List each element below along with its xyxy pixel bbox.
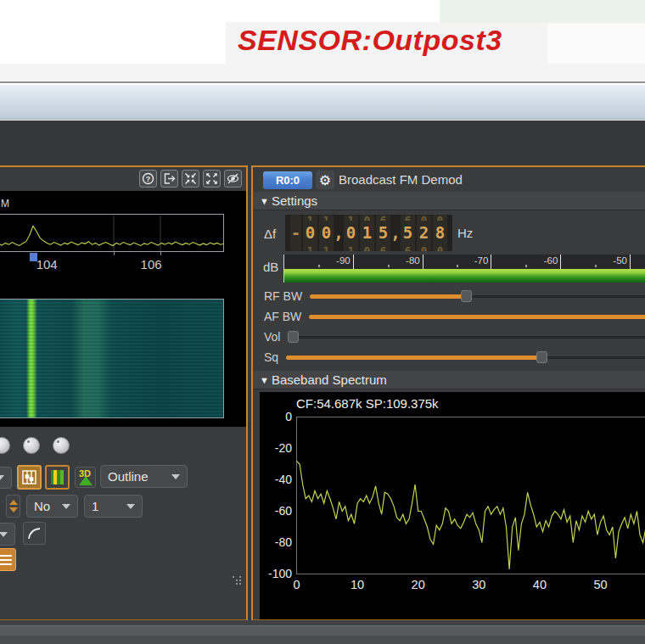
waterfall-display <box>0 299 224 418</box>
meter-tick-label: -70 <box>474 255 491 266</box>
frequency-marker[interactable] <box>30 253 37 261</box>
meter-tick <box>630 255 631 269</box>
top-green-tint <box>440 0 645 24</box>
decay-dropdown[interactable]: No <box>26 495 78 518</box>
3d-wedge-icon <box>79 476 93 485</box>
spectrum-toolbar: ? <box>139 170 242 188</box>
settings-section-label: Settings <box>272 193 317 208</box>
chevron-down-icon <box>62 504 70 509</box>
color-stripes-icon <box>51 470 64 484</box>
help-icon[interactable]: ? <box>139 170 157 188</box>
frequency-digit[interactable]: 101 <box>344 215 358 251</box>
meter-label: dB <box>263 260 278 274</box>
spectrum-x-label: 104 <box>36 257 58 272</box>
collapse-arrow-icon: ▼ <box>260 375 269 385</box>
hide-icon[interactable] <box>224 170 242 188</box>
meter-tick <box>353 255 354 269</box>
frequency-digit[interactable]: 101 <box>303 215 317 251</box>
grid-settings-button[interactable] <box>17 465 42 490</box>
meter-tick-label: -90 <box>336 255 353 266</box>
slider-label: Vol <box>264 330 280 344</box>
frequency-digit[interactable]: 010 <box>360 215 374 251</box>
slider-track[interactable] <box>309 310 645 323</box>
resize-grip[interactable] <box>233 576 243 586</box>
decay-value: No <box>34 499 50 513</box>
slider-label: Sq <box>264 350 278 364</box>
slider-row-af-bw: AF BW <box>253 306 645 327</box>
meter-tick <box>423 255 423 269</box>
gain-knob-1[interactable] <box>0 437 10 454</box>
window-titlebar-strip <box>0 85 645 120</box>
slider-handle[interactable] <box>536 351 547 363</box>
y-axis-label: 0 <box>260 410 292 423</box>
meter-tick-label: -50 <box>613 255 630 266</box>
gain-knob-3[interactable] <box>53 437 70 454</box>
spectrum-corner-label: M <box>1 198 9 210</box>
frequency-unit: Hz <box>457 226 473 240</box>
slider-row-vol: Vol <box>253 327 645 347</box>
channel-title: Broadcast FM Demod <box>339 172 463 187</box>
expand-icon[interactable] <box>203 170 221 188</box>
meter-minor-tick <box>595 265 597 267</box>
spectrum-panel: ? M 104106 3D Outline <box>0 165 248 621</box>
meter-minor-tick <box>457 265 458 267</box>
y-axis-label: -100 <box>260 567 292 580</box>
exit-view-icon[interactable] <box>160 170 178 188</box>
hamburger-icon <box>0 555 12 557</box>
averaging-dropdown[interactable]: 1 <box>84 495 143 518</box>
chevron-down-icon <box>0 475 4 480</box>
gain-knob-2[interactable] <box>23 437 40 454</box>
channel-id-button[interactable]: R0:0 <box>263 171 312 189</box>
status-bar <box>0 625 645 636</box>
frequency-digit[interactable]: 101 <box>319 215 334 251</box>
frequency-digit[interactable]: , <box>335 215 342 251</box>
spectrum-x-label: 106 <box>141 257 162 272</box>
slider-label: AF BW <box>264 310 301 323</box>
x-axis-label: 0 <box>293 578 300 591</box>
meter-minor-tick <box>318 265 320 267</box>
frequency-digit[interactable]: 656 <box>401 215 415 251</box>
baseband-section-label: Baseband Spectrum <box>272 372 387 387</box>
frequency-digit[interactable]: 080 <box>433 215 447 251</box>
cut-dropdown-1[interactable] <box>0 467 12 489</box>
slider-handle[interactable] <box>288 331 299 343</box>
delta-f-label: Δf <box>264 227 276 241</box>
spectrum-tick <box>160 252 161 255</box>
x-axis-label: 20 <box>412 578 425 591</box>
settings-section-header[interactable]: ▼ Settings <box>253 192 645 210</box>
x-axis-label: 30 <box>472 578 485 591</box>
frequency-digit[interactable]: , <box>392 215 399 251</box>
display-mode-dropdown[interactable]: Outline <box>100 465 188 488</box>
display-mode-value: Outline <box>108 469 149 484</box>
arrow-up-icon[interactable] <box>9 500 18 505</box>
meter-tick-label: -80 <box>406 255 423 266</box>
slider-row-rf-bw: RF BW <box>253 286 645 306</box>
level-meter: -90-80-70-60-50 <box>283 255 645 283</box>
histogram-button[interactable] <box>45 465 70 490</box>
slider-track[interactable] <box>310 289 645 303</box>
value-stepper[interactable] <box>6 495 20 518</box>
title-background-white <box>547 24 645 64</box>
arrow-down-icon[interactable] <box>9 507 18 512</box>
menu-button[interactable] <box>0 548 16 571</box>
filter-curve-button[interactable] <box>23 522 46 545</box>
baseband-section-header[interactable]: ▼ Baseband Spectrum <box>253 371 645 389</box>
slider-handle[interactable] <box>461 290 472 302</box>
frequency-digit[interactable]: - <box>290 215 301 251</box>
gear-icon[interactable]: ⚙ <box>316 171 334 189</box>
cut-dropdown-2[interactable] <box>0 523 15 546</box>
meter-tick <box>491 255 491 269</box>
frequency-dial[interactable]: - 101101 , 101010656 , 656020080 <box>285 215 452 251</box>
meter-tick-label: -60 <box>544 255 561 266</box>
meter-minor-tick <box>388 265 390 267</box>
compress-icon[interactable] <box>182 170 199 188</box>
slider-track[interactable] <box>286 350 645 364</box>
slider-row-sq: Sq <box>253 347 645 367</box>
frequency-digit[interactable]: 656 <box>376 215 390 251</box>
slider-track[interactable] <box>288 330 645 344</box>
3d-spectrogram-button[interactable]: 3D <box>75 467 96 488</box>
frequency-digit[interactable]: 020 <box>417 215 431 251</box>
y-axis-label: -20 <box>260 441 292 455</box>
chevron-down-icon <box>126 504 135 509</box>
x-axis-label: 10 <box>351 578 364 591</box>
